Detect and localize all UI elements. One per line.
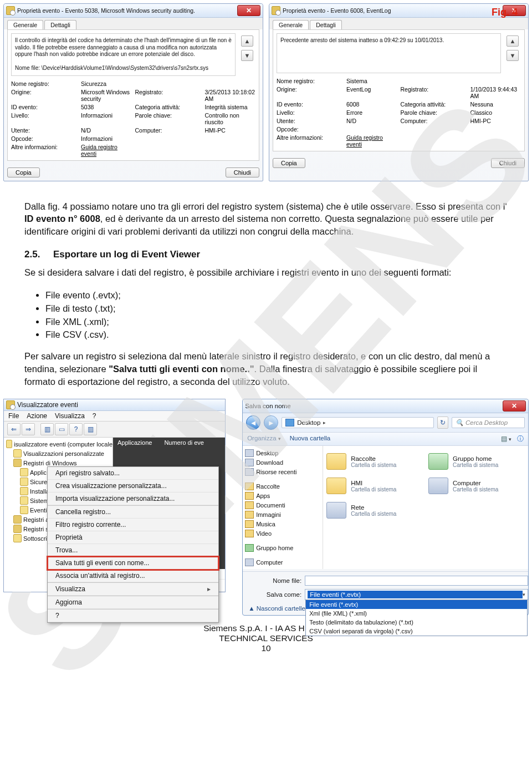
tree-icon (6, 440, 12, 448)
menu-item[interactable]: ? (48, 610, 218, 622)
filename-input[interactable] (305, 576, 528, 586)
menu-item[interactable]: Filtro registro corrente... (48, 519, 218, 531)
folder-icon (13, 525, 22, 533)
close-button[interactable]: ✕ (503, 400, 526, 412)
next-event-button[interactable]: ▼ (507, 50, 519, 61)
computer-icon (245, 558, 254, 566)
toolbar-icon[interactable]: ▭ (55, 423, 68, 435)
filetype-combo[interactable]: File eventi (*.evtx)▾ File eventi (*.evt… (305, 589, 528, 600)
organize-button[interactable]: Organizza ▾ (247, 435, 281, 443)
folder-icon (245, 492, 254, 500)
log-icon (20, 506, 28, 514)
filename-label: Nome file: (248, 577, 301, 584)
folder-icon (13, 459, 22, 467)
forward-icon[interactable]: ► (264, 415, 278, 430)
event-properties-dialog-5038: Proprietà evento - Evento 5038, Microsof… (3, 3, 263, 181)
close-button[interactable]: ✕ (237, 5, 260, 16)
tab-dettagli[interactable]: Dettagli (310, 20, 342, 29)
toolbar-icon[interactable]: ▥ (40, 423, 54, 435)
event-viewer-icon (6, 400, 15, 409)
desktop-icon (285, 419, 294, 426)
menu-item[interactable]: Importa visualizzazione personalizzata..… (48, 492, 218, 505)
menu-item[interactable]: Cancella registro... (48, 506, 218, 519)
folder-item[interactable]: RaccolteCartella di sistema (326, 449, 423, 474)
menu-bar[interactable]: File Azione Visualizza ? (4, 411, 225, 421)
event-properties-grid: Nome registro:Sicurezza Origine:Microsof… (11, 80, 255, 157)
folder-icon (245, 501, 254, 509)
menu-file[interactable]: File (8, 412, 19, 420)
folder-icon (13, 449, 22, 458)
filetype-option[interactable]: CSV (valori separati da virgola) (*.csv) (306, 627, 527, 636)
back-icon[interactable]: ⇐ (7, 423, 21, 435)
folder-view[interactable]: RaccolteCartella di sistema Gruppo homeC… (323, 446, 528, 569)
event-properties-grid: Nome registro:Sistema Origine:EventLog R… (277, 78, 521, 148)
log-icon (20, 496, 28, 505)
event-viewer-window: Visualizzatore eventi File Azione Visual… (3, 399, 226, 592)
log-icon (20, 468, 28, 476)
folder-item[interactable]: ReteCartella di sistema (326, 498, 423, 522)
computer-icon (428, 478, 448, 494)
help-icon[interactable]: ⓘ (517, 435, 524, 443)
user-folder-icon (326, 478, 346, 494)
filetype-option[interactable]: Testo (delimitato da tabulazione) (*.txt… (306, 618, 527, 627)
list-item: File di testo (.txt); (45, 302, 508, 315)
event-description: Il controllo di integrità del codice ha … (11, 33, 236, 76)
new-folder-button[interactable]: Nuova cartella (290, 435, 331, 443)
copy-button[interactable]: Copia (7, 167, 40, 177)
prev-event-button[interactable]: ▲ (507, 35, 519, 47)
menu-item[interactable]: Visualizza▸ (48, 583, 218, 596)
context-menu[interactable]: Apri registro salvato... Crea visualizza… (47, 466, 219, 623)
libraries-icon (245, 483, 254, 490)
guida-link[interactable]: Guida registro eventi (81, 144, 132, 157)
menu-item[interactable]: Apri registro salvato... (48, 467, 218, 480)
filetype-option[interactable]: File eventi (*.evtx) (306, 600, 527, 609)
tab-dettagli[interactable]: Dettagli (44, 20, 76, 29)
list-item: File XML (.xml); (45, 316, 508, 328)
copy-button[interactable]: Copia (273, 158, 305, 168)
next-event-button[interactable]: ▼ (241, 50, 253, 61)
log-icon (20, 478, 28, 486)
breadcrumb[interactable]: Desktop▸ (282, 417, 434, 428)
menu-item[interactable]: Proprietà (48, 531, 218, 544)
menu-item[interactable]: Aggiorna (48, 596, 218, 609)
menu-item[interactable]: Crea visualizzazione personalizzata... (48, 480, 218, 492)
folder-icon (13, 515, 22, 524)
menu-item[interactable]: Trova... (48, 544, 218, 557)
subscriptions-icon (13, 534, 22, 542)
folder-item[interactable]: HMICartella di sistema (326, 474, 423, 498)
close-button-bottom[interactable]: Chiudi (491, 158, 525, 168)
tab-generale[interactable]: Generale (273, 20, 309, 29)
log-icon (20, 487, 28, 495)
list-item: File CSV (.csv). (45, 328, 508, 341)
menu-help[interactable]: ? (93, 412, 96, 420)
menu-visualizza[interactable]: Visualizza (55, 412, 85, 420)
search-input[interactable]: 🔍 Cerca Desktop (452, 417, 525, 428)
folder-item[interactable]: ComputerCartella di sistema (428, 474, 525, 498)
recent-icon (245, 468, 254, 476)
view-icon[interactable]: ▤ ▾ (501, 435, 511, 443)
menu-item-save-all-events[interactable]: Salva tutti gli eventi con nome... (48, 557, 218, 570)
forward-icon[interactable]: ⇒ (22, 423, 35, 435)
tab-generale[interactable]: Generale (7, 20, 43, 29)
folder-item[interactable]: Gruppo homeCartella di sistema (428, 449, 525, 474)
event-properties-dialog-6008: Proprietà evento - Evento 6008, EventLog… (269, 3, 529, 181)
network-icon (326, 502, 346, 519)
prev-event-button[interactable]: ▲ (241, 35, 253, 47)
places-pane[interactable]: Desktop Download Risorse recenti Raccolt… (243, 446, 323, 569)
folder-icon (245, 511, 254, 519)
save-as-dialog: Salva con nome ✕ ◄ ► Desktop▸ ↻ 🔍 Cerca … (242, 399, 529, 616)
window-title: Proprietà evento - Evento 5038, Microsof… (17, 7, 195, 14)
section-heading: 2.5.Esportare un log di Event Viewer (24, 248, 508, 261)
filetype-option[interactable]: Xml (file XML) (*.xml) (306, 609, 527, 618)
refresh-icon[interactable]: ↻ (437, 417, 448, 429)
close-button-bottom[interactable]: Chiudi (226, 167, 259, 177)
guida-link[interactable]: Guida registro eventi (346, 134, 397, 148)
menu-azione[interactable]: Azione (27, 412, 47, 420)
toolbar-icon[interactable]: ▥ (84, 423, 97, 435)
window-icon (272, 6, 280, 15)
menu-item[interactable]: Associa un'attività al registro... (48, 570, 218, 582)
filetype-dropdown[interactable]: File eventi (*.evtx) Xml (file XML) (*.x… (305, 600, 528, 636)
help-icon[interactable]: ? (69, 423, 83, 435)
back-icon[interactable]: ◄ (246, 415, 260, 430)
hide-folders-button[interactable]: ▲ Nascondi cartelle (248, 605, 305, 612)
